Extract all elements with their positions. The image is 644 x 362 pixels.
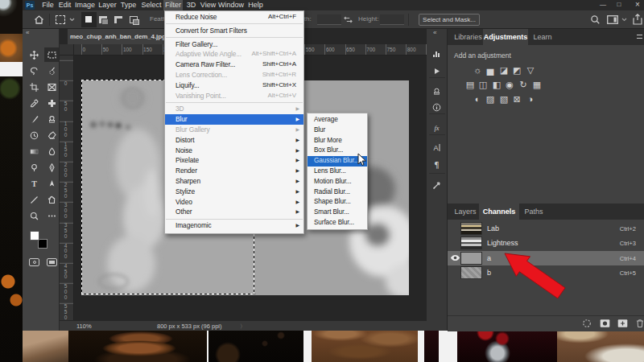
collapse-dock-icon[interactable]: « xyxy=(433,30,436,36)
visibility-eye-icon[interactable] xyxy=(450,254,460,261)
line-tool[interactable] xyxy=(27,192,41,207)
adjustment-exposure-icon[interactable]: ◩ xyxy=(511,65,522,75)
brush-tool[interactable] xyxy=(27,112,41,126)
collapse-tools-icon[interactable]: « xyxy=(26,30,29,36)
blur-submenu-item-lens-blur[interactable]: Lens Blur... xyxy=(308,167,367,177)
tab-channels[interactable]: Channels xyxy=(479,204,519,220)
adjustment-posterize-icon[interactable]: ▨ xyxy=(485,94,496,104)
load-selection-icon[interactable] xyxy=(582,319,592,328)
filter-menu-item-liquify[interactable]: Liquify... Shift+Ctrl+X xyxy=(165,80,303,91)
blur-submenu-item-smart-blur[interactable]: Smart Blur... xyxy=(308,208,367,218)
adjustment-vibrance-icon[interactable]: ▽ xyxy=(525,65,536,75)
frame-tool[interactable] xyxy=(44,80,59,94)
filter-menu-item-convert-for-smart-filters[interactable]: Convert for Smart Filters xyxy=(165,26,303,36)
eraser-tool[interactable] xyxy=(44,128,59,142)
adjustment-hue-saturation-icon[interactable]: ▤ xyxy=(464,80,476,89)
adjustment-selective-color-icon[interactable]: ◑ xyxy=(525,94,536,104)
new-selection-mode[interactable] xyxy=(81,12,97,27)
blur-submenu-item-blur-more[interactable]: Blur More xyxy=(308,136,367,146)
blur-submenu-item-average[interactable]: Average xyxy=(308,115,367,125)
adjustment-color-balance-icon[interactable]: ◫ xyxy=(477,80,489,89)
filter-menu-item-reduce-noise[interactable]: Reduce Noise Alt+Ctrl+F xyxy=(165,12,303,23)
blur-submenu-item-radial-blur[interactable]: Radial Blur... xyxy=(308,187,367,198)
hand-tool[interactable] xyxy=(44,192,59,207)
edit-toolbar[interactable] xyxy=(44,208,59,223)
histogram-panel-button[interactable] xyxy=(432,47,443,57)
filter-menu-item-distort[interactable]: Distort ▶ xyxy=(165,135,303,146)
menu-view[interactable]: View xyxy=(199,0,217,10)
tool-preset-marquee-icon[interactable] xyxy=(56,15,65,24)
width-field[interactable] xyxy=(317,14,341,25)
select-and-mask-button[interactable]: Select and Mask... xyxy=(419,14,480,26)
filter-menu-item-sharpen[interactable]: Sharpen ▶ xyxy=(165,176,303,187)
filter-menu-item-filter-gallery[interactable]: Filter Gallery... xyxy=(165,39,303,50)
close-button[interactable]: × xyxy=(630,0,644,10)
quick-mask-icon[interactable] xyxy=(29,258,39,266)
tool-presets-panel-button[interactable] xyxy=(432,179,443,189)
adjustment-threshold-icon[interactable]: ▧ xyxy=(498,94,510,104)
adjustment-color-lookup-icon[interactable]: ▦ xyxy=(531,80,543,89)
tab-learn[interactable]: Learn xyxy=(531,29,554,45)
menu-select[interactable]: Select xyxy=(140,0,163,10)
dodge-tool[interactable] xyxy=(27,160,41,175)
clone-source-panel-button[interactable] xyxy=(432,84,443,95)
tab-paths[interactable]: Paths xyxy=(523,204,544,220)
menu-edit[interactable]: Edit xyxy=(57,0,72,10)
path-selection-tool[interactable] xyxy=(44,176,59,191)
actions-panel-button[interactable] xyxy=(432,64,443,75)
eyedropper-tool[interactable] xyxy=(27,96,41,110)
blur-submenu-item-surface-blur[interactable]: Surface Blur... xyxy=(308,218,367,228)
panel-menu-icon[interactable] xyxy=(637,35,642,39)
filter-menu-item-lens-correction[interactable]: Lens Correction... Shift+Ctrl+R xyxy=(165,70,303,80)
move-tool[interactable] xyxy=(27,47,41,62)
adjustment-black-white-icon[interactable]: ◧ xyxy=(491,80,502,89)
paragraph-panel-button[interactable]: ¶ xyxy=(432,158,443,169)
channel-row-lab[interactable]: Lab Ctrl+2 xyxy=(448,221,644,236)
save-selection-as-channel-icon[interactable] xyxy=(600,319,610,328)
swap-width-height-icon[interactable] xyxy=(344,16,353,23)
menu-layer[interactable]: Layer xyxy=(97,0,118,10)
history-brush-tool[interactable] xyxy=(27,128,41,142)
adjustment-invert-icon[interactable]: ◐ xyxy=(472,94,483,104)
adjustment-channel-mixer-icon[interactable]: ↻ xyxy=(518,80,529,89)
adjustment-photo-filter-icon[interactable]: ◉ xyxy=(504,80,515,89)
character-panel-button[interactable]: A xyxy=(432,141,443,151)
menu-help[interactable]: Help xyxy=(246,0,265,10)
lasso-tool[interactable] xyxy=(27,64,41,78)
filter-menu-item-video[interactable]: Video ▶ xyxy=(165,197,303,208)
filter-menu-item-vanishing-point[interactable]: Vanishing Point... Alt+Ctrl+V xyxy=(165,91,303,101)
filter-menu-item-noise[interactable]: Noise ▶ xyxy=(165,146,303,156)
screen-mode-icon[interactable] xyxy=(47,258,57,266)
search-icon[interactable] xyxy=(590,14,601,25)
adjustment-levels-icon[interactable]: ▅ xyxy=(485,65,496,75)
channel-row-lightness[interactable]: Lightness Ctrl+3 xyxy=(448,236,644,250)
menu-file[interactable]: File xyxy=(40,0,56,10)
filter-menu-item-imagenomic[interactable]: Imagenomic ▶ xyxy=(165,220,303,231)
new-channel-icon[interactable] xyxy=(617,319,628,328)
tab-adjustments[interactable]: Adjustments xyxy=(483,29,528,45)
foreground-color-swatch[interactable] xyxy=(30,231,39,241)
tab-libraries[interactable]: Libraries xyxy=(453,29,483,45)
filter-menu-item-adaptive-wide-angle[interactable]: Adaptive Wide Angle... Alt+Shift+Ctrl+A xyxy=(165,49,303,60)
rectangular-marquee-tool[interactable] xyxy=(44,47,59,62)
intersect-selection-mode[interactable] xyxy=(130,16,138,23)
blur-tool[interactable] xyxy=(44,144,59,158)
home-icon[interactable] xyxy=(34,14,44,25)
type-tool[interactable]: T xyxy=(27,176,41,191)
adjustment-gradient-map-icon[interactable]: ⊠ xyxy=(511,94,522,104)
gradient-tool[interactable] xyxy=(27,144,41,158)
maximize-button[interactable]: □ xyxy=(612,0,626,10)
filter-menu-item-blur-gallery[interactable]: Blur Gallery ▶ xyxy=(165,125,303,135)
filter-menu-item-other[interactable]: Other ▶ xyxy=(165,207,303,217)
height-field[interactable] xyxy=(380,14,404,25)
info-panel-button[interactable] xyxy=(432,101,443,111)
crop-tool[interactable] xyxy=(27,80,41,94)
spot-healing-brush-tool[interactable] xyxy=(44,96,59,110)
zoom-level[interactable]: 110% xyxy=(76,321,92,331)
menu-type[interactable]: Type xyxy=(119,0,138,10)
share-icon[interactable] xyxy=(633,14,642,25)
add-selection-mode[interactable] xyxy=(99,16,107,23)
tab-layers[interactable]: Layers xyxy=(453,204,477,220)
workspace-switcher-icon[interactable] xyxy=(607,15,618,24)
quick-selection-tool[interactable] xyxy=(44,64,59,78)
